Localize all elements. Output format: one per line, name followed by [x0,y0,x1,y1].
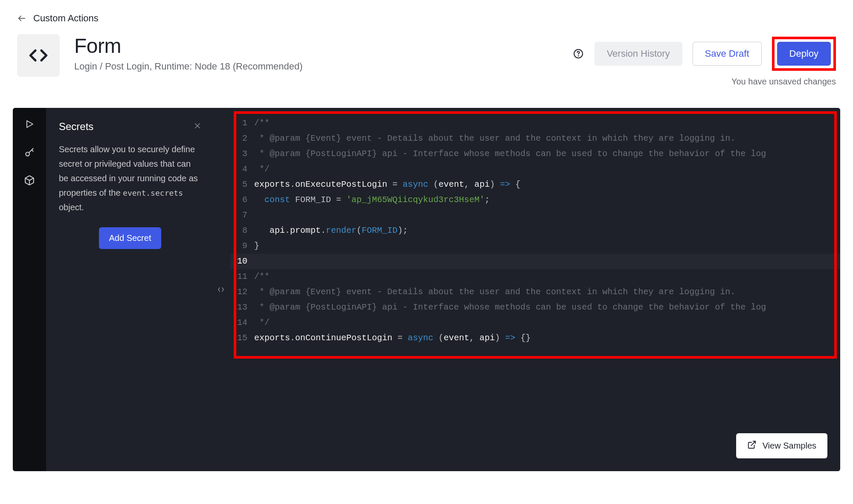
code-line[interactable]: 8 api.prompt.render(FORM_ID); [230,223,840,238]
line-number: 9 [230,238,254,254]
line-number: 5 [230,177,254,192]
line-number: 13 [230,300,254,315]
code-content: /** [254,116,270,131]
code-content: const FORM_ID = 'ap_jM65WQiicqykud3rc3Hs… [254,192,490,208]
code-line[interactable]: 4 */ [230,162,840,177]
svg-line-10 [751,441,755,446]
breadcrumb-label: Custom Actions [33,13,99,24]
code-line[interactable]: 2 * @param {Event} event - Details about… [230,131,840,146]
code-line[interactable]: 10 [230,254,840,269]
editor-side-rail [13,108,46,471]
header-right: Version History Save Draft Deploy You ha… [572,34,836,87]
code-content: } [254,238,259,254]
code-line[interactable]: 9} [230,238,840,254]
code-content: * @param {PostLoginAPI} api - Interface … [254,146,766,162]
top-bar: Custom Actions Form Login / Post Login, … [0,0,853,95]
panel-resize-handle[interactable] [212,108,230,471]
code-line[interactable]: 7 [230,208,840,223]
play-icon[interactable] [23,118,35,130]
code-content: api.prompt.render(FORM_ID); [254,223,408,238]
secrets-description: Secrets allow you to securely define sec… [59,142,201,214]
button-row: Version History Save Draft Deploy [572,37,836,71]
code-line[interactable]: 3 * @param {PostLoginAPI} api - Interfac… [230,146,840,162]
code-content: /** [254,269,270,284]
code-line[interactable]: 5exports.onExecutePostLogin = async (eve… [230,177,840,192]
secrets-title-row: Secrets [59,121,201,133]
editor-container: Secrets Secrets allow you to securely de… [13,108,840,471]
line-number: 1 [230,116,254,131]
unsaved-changes-note: You have unsaved changes [731,77,836,87]
svg-line-6 [32,150,33,151]
deploy-button[interactable]: Deploy [777,42,831,66]
secrets-desc-code: event.secrets [123,188,183,197]
view-samples-button[interactable]: View Samples [736,433,827,458]
secrets-desc-post: object. [59,203,84,212]
code-content: * @param {PostLoginAPI} api - Interface … [254,300,766,315]
close-icon[interactable] [194,122,201,132]
line-number: 15 [230,330,254,346]
secrets-title: Secrets [59,121,93,133]
key-icon[interactable] [23,146,35,158]
code-line[interactable]: 15exports.onContinuePostLogin = async (e… [230,330,840,346]
line-number: 12 [230,284,254,300]
package-icon[interactable] [23,174,35,186]
line-number: 14 [230,315,254,330]
breadcrumb-back[interactable]: Custom Actions [17,13,836,24]
code-line[interactable]: 14 */ [230,315,840,330]
line-number: 4 [230,162,254,177]
version-history-button: Version History [595,42,682,66]
code-content: * @param {Event} event - Details about t… [254,284,735,300]
add-secret-button[interactable]: Add Secret [99,227,162,249]
code-line[interactable]: 11/** [230,269,840,284]
code-content: * @param {Event} event - Details about t… [254,131,735,146]
deploy-highlight: Deploy [772,37,836,71]
title-block: Form Login / Post Login, Runtime: Node 1… [74,34,303,72]
code-content: exports.onExecutePostLogin = async (even… [254,177,520,192]
page-title: Form [74,34,303,58]
header-row: Form Login / Post Login, Runtime: Node 1… [17,34,836,87]
help-icon[interactable] [572,48,584,60]
page-subtitle: Login / Post Login, Runtime: Node 18 (Re… [74,61,303,72]
external-link-icon [747,440,757,452]
header-left: Form Login / Post Login, Runtime: Node 1… [17,34,303,77]
save-draft-button[interactable]: Save Draft [693,42,762,66]
line-number: 6 [230,192,254,208]
line-number: 7 [230,208,254,223]
line-number: 3 [230,146,254,162]
code-content: */ [254,315,270,330]
code-region: 1/**2 * @param {Event} event - Details a… [230,108,840,471]
arrow-left-icon [17,14,26,23]
view-samples-label: View Samples [763,441,816,451]
svg-point-2 [578,56,578,56]
code-line[interactable]: 1/** [230,116,840,131]
code-content: */ [254,162,270,177]
svg-marker-3 [27,121,33,127]
code-editor[interactable]: 1/**2 * @param {Event} event - Details a… [230,108,840,471]
line-number: 10 [230,254,254,269]
code-line[interactable]: 12 * @param {Event} event - Details abou… [230,284,840,300]
code-line[interactable]: 6 const FORM_ID = 'ap_jM65WQiicqykud3rc3… [230,192,840,208]
secrets-panel: Secrets Secrets allow you to securely de… [46,108,212,471]
add-secret-row: Add Secret [59,227,201,249]
line-number: 2 [230,131,254,146]
line-number: 8 [230,223,254,238]
code-icon [17,34,60,77]
code-line[interactable]: 13 * @param {PostLoginAPI} api - Interfa… [230,300,840,315]
code-content: exports.onContinuePostLogin = async (eve… [254,330,531,346]
line-number: 11 [230,269,254,284]
